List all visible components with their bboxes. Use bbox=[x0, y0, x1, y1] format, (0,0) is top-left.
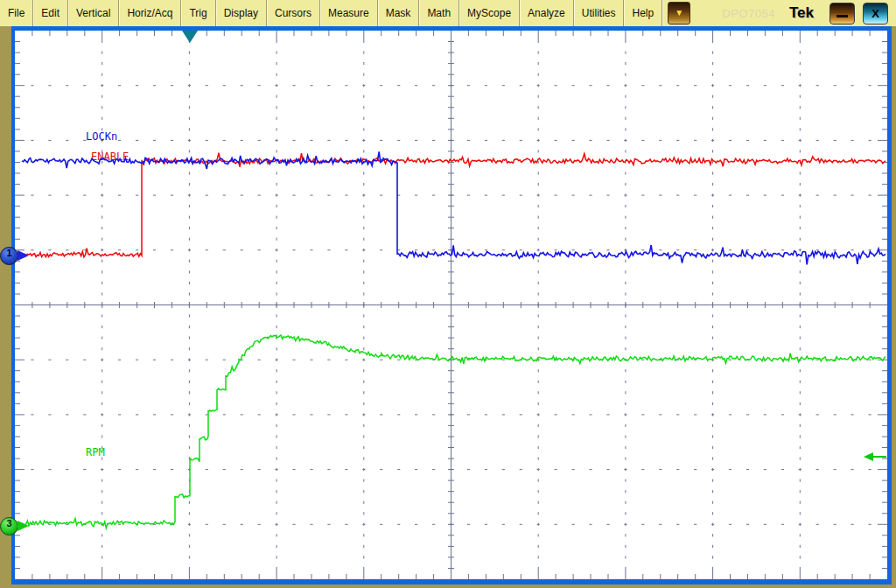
menu-item-horiz-acq[interactable]: Horiz/Acq bbox=[119, 0, 181, 26]
ch3-reference-arrow[interactable] bbox=[863, 451, 887, 463]
scope-graticule: ENABLE LOCKn RPM bbox=[15, 31, 887, 579]
minimize-icon bbox=[836, 15, 848, 18]
menu-item-display[interactable]: Display bbox=[216, 0, 267, 26]
menu-item-help[interactable]: Help bbox=[624, 0, 662, 26]
ch1-marker-arrow-icon bbox=[18, 250, 29, 261]
ch3-marker[interactable]: 3 bbox=[0, 517, 35, 536]
menu-item-math[interactable]: Math bbox=[419, 0, 459, 26]
ch1-marker-number: 1 bbox=[0, 247, 18, 265]
menu-item-mask[interactable]: Mask bbox=[378, 0, 420, 26]
ch1-trace-label: LOCKn bbox=[86, 130, 117, 143]
menu-items: FileEditVerticalHoriz/AcqTrigDisplayCurs… bbox=[0, 0, 662, 26]
menubar-spacer bbox=[695, 0, 722, 26]
ch3-marker-number: 3 bbox=[0, 517, 18, 536]
ch1-marker[interactable]: 1 bbox=[0, 247, 35, 265]
menu-overflow-button[interactable]: ▼ bbox=[668, 2, 690, 24]
minimize-button[interactable] bbox=[830, 3, 855, 24]
trigger-position-marker[interactable] bbox=[182, 31, 198, 43]
waveform-canvas bbox=[15, 31, 887, 579]
trace-rpm bbox=[22, 335, 886, 528]
ch3-trace-label: RPM bbox=[86, 446, 105, 458]
menu-item-cursors[interactable]: Cursors bbox=[267, 0, 320, 26]
menu-bar: FileEditVerticalHoriz/AcqTrigDisplayCurs… bbox=[0, 0, 896, 26]
tek-logo: Tek bbox=[789, 4, 814, 22]
menu-item-edit[interactable]: Edit bbox=[33, 0, 68, 26]
menu-item-vertical[interactable]: Vertical bbox=[68, 0, 119, 26]
menu-item-trig[interactable]: Trig bbox=[181, 0, 215, 26]
close-button[interactable]: X bbox=[863, 3, 888, 24]
menu-item-utilities[interactable]: Utilities bbox=[574, 0, 625, 26]
trace-enable bbox=[22, 153, 886, 257]
menu-item-analyze[interactable]: Analyze bbox=[520, 0, 574, 26]
menu-item-measure[interactable]: Measure bbox=[320, 0, 378, 26]
model-number: DPO7054 bbox=[722, 7, 775, 20]
trace-lockn bbox=[22, 151, 886, 264]
chevron-down-icon: ▼ bbox=[675, 9, 683, 18]
ch3-marker-arrow-icon bbox=[18, 521, 29, 531]
menu-item-myscope[interactable]: MyScope bbox=[459, 0, 520, 26]
menu-item-file[interactable]: File bbox=[0, 0, 33, 26]
